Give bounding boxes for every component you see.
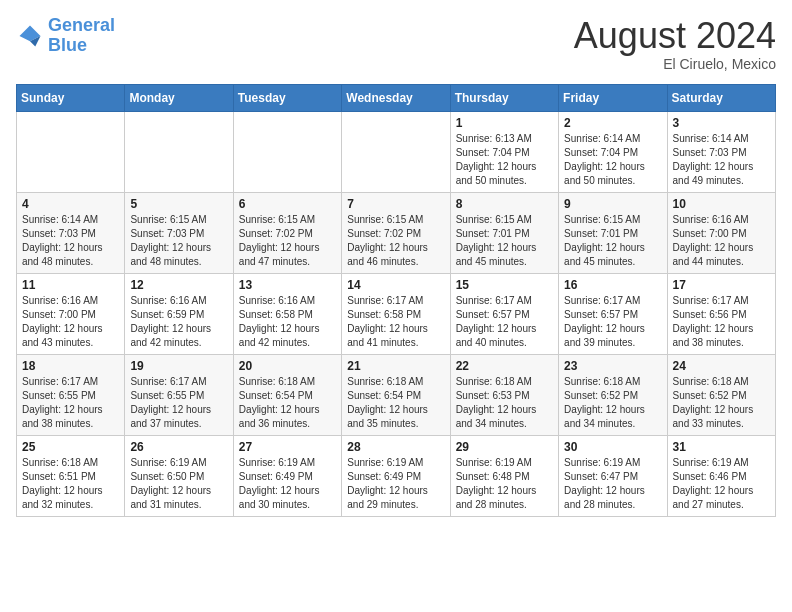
- day-info: Sunrise: 6:15 AM Sunset: 7:02 PM Dayligh…: [347, 213, 444, 269]
- calendar-cell: 23Sunrise: 6:18 AM Sunset: 6:52 PM Dayli…: [559, 354, 667, 435]
- day-number: 1: [456, 116, 553, 130]
- calendar-cell: 22Sunrise: 6:18 AM Sunset: 6:53 PM Dayli…: [450, 354, 558, 435]
- day-number: 25: [22, 440, 119, 454]
- calendar-cell: 24Sunrise: 6:18 AM Sunset: 6:52 PM Dayli…: [667, 354, 775, 435]
- calendar-header-cell: Sunday: [17, 84, 125, 111]
- day-info: Sunrise: 6:15 AM Sunset: 7:01 PM Dayligh…: [456, 213, 553, 269]
- day-info: Sunrise: 6:19 AM Sunset: 6:46 PM Dayligh…: [673, 456, 770, 512]
- day-info: Sunrise: 6:19 AM Sunset: 6:47 PM Dayligh…: [564, 456, 661, 512]
- day-info: Sunrise: 6:14 AM Sunset: 7:03 PM Dayligh…: [22, 213, 119, 269]
- day-info: Sunrise: 6:14 AM Sunset: 7:04 PM Dayligh…: [564, 132, 661, 188]
- calendar-cell: 3Sunrise: 6:14 AM Sunset: 7:03 PM Daylig…: [667, 111, 775, 192]
- day-number: 28: [347, 440, 444, 454]
- day-number: 21: [347, 359, 444, 373]
- day-info: Sunrise: 6:18 AM Sunset: 6:54 PM Dayligh…: [239, 375, 336, 431]
- day-info: Sunrise: 6:18 AM Sunset: 6:52 PM Dayligh…: [673, 375, 770, 431]
- day-info: Sunrise: 6:17 AM Sunset: 6:58 PM Dayligh…: [347, 294, 444, 350]
- calendar-cell: [233, 111, 341, 192]
- calendar-cell: [17, 111, 125, 192]
- day-info: Sunrise: 6:18 AM Sunset: 6:53 PM Dayligh…: [456, 375, 553, 431]
- calendar-cell: 25Sunrise: 6:18 AM Sunset: 6:51 PM Dayli…: [17, 435, 125, 516]
- day-number: 17: [673, 278, 770, 292]
- day-info: Sunrise: 6:16 AM Sunset: 6:58 PM Dayligh…: [239, 294, 336, 350]
- day-number: 2: [564, 116, 661, 130]
- day-number: 22: [456, 359, 553, 373]
- day-number: 18: [22, 359, 119, 373]
- calendar-table: SundayMondayTuesdayWednesdayThursdayFrid…: [16, 84, 776, 517]
- calendar-week-row: 1Sunrise: 6:13 AM Sunset: 7:04 PM Daylig…: [17, 111, 776, 192]
- day-number: 29: [456, 440, 553, 454]
- calendar-header-row: SundayMondayTuesdayWednesdayThursdayFrid…: [17, 84, 776, 111]
- day-info: Sunrise: 6:15 AM Sunset: 7:03 PM Dayligh…: [130, 213, 227, 269]
- calendar-body: 1Sunrise: 6:13 AM Sunset: 7:04 PM Daylig…: [17, 111, 776, 516]
- day-number: 26: [130, 440, 227, 454]
- day-number: 11: [22, 278, 119, 292]
- calendar-cell: 18Sunrise: 6:17 AM Sunset: 6:55 PM Dayli…: [17, 354, 125, 435]
- day-number: 5: [130, 197, 227, 211]
- day-info: Sunrise: 6:18 AM Sunset: 6:51 PM Dayligh…: [22, 456, 119, 512]
- day-number: 7: [347, 197, 444, 211]
- calendar-header-cell: Friday: [559, 84, 667, 111]
- day-info: Sunrise: 6:15 AM Sunset: 7:02 PM Dayligh…: [239, 213, 336, 269]
- day-number: 13: [239, 278, 336, 292]
- calendar-header-cell: Thursday: [450, 84, 558, 111]
- calendar-header-cell: Monday: [125, 84, 233, 111]
- day-number: 16: [564, 278, 661, 292]
- calendar-cell: 19Sunrise: 6:17 AM Sunset: 6:55 PM Dayli…: [125, 354, 233, 435]
- calendar-cell: 27Sunrise: 6:19 AM Sunset: 6:49 PM Dayli…: [233, 435, 341, 516]
- calendar-cell: [342, 111, 450, 192]
- day-number: 12: [130, 278, 227, 292]
- day-number: 4: [22, 197, 119, 211]
- subtitle: El Ciruelo, Mexico: [574, 56, 776, 72]
- calendar-cell: 30Sunrise: 6:19 AM Sunset: 6:47 PM Dayli…: [559, 435, 667, 516]
- day-info: Sunrise: 6:13 AM Sunset: 7:04 PM Dayligh…: [456, 132, 553, 188]
- calendar-cell: 5Sunrise: 6:15 AM Sunset: 7:03 PM Daylig…: [125, 192, 233, 273]
- calendar-cell: 6Sunrise: 6:15 AM Sunset: 7:02 PM Daylig…: [233, 192, 341, 273]
- day-number: 14: [347, 278, 444, 292]
- day-number: 9: [564, 197, 661, 211]
- day-number: 19: [130, 359, 227, 373]
- day-info: Sunrise: 6:15 AM Sunset: 7:01 PM Dayligh…: [564, 213, 661, 269]
- calendar-cell: 26Sunrise: 6:19 AM Sunset: 6:50 PM Dayli…: [125, 435, 233, 516]
- day-number: 31: [673, 440, 770, 454]
- day-number: 24: [673, 359, 770, 373]
- day-info: Sunrise: 6:17 AM Sunset: 6:56 PM Dayligh…: [673, 294, 770, 350]
- calendar-week-row: 25Sunrise: 6:18 AM Sunset: 6:51 PM Dayli…: [17, 435, 776, 516]
- calendar-cell: 1Sunrise: 6:13 AM Sunset: 7:04 PM Daylig…: [450, 111, 558, 192]
- day-number: 27: [239, 440, 336, 454]
- day-info: Sunrise: 6:18 AM Sunset: 6:54 PM Dayligh…: [347, 375, 444, 431]
- main-title: August 2024: [574, 16, 776, 56]
- calendar-week-row: 4Sunrise: 6:14 AM Sunset: 7:03 PM Daylig…: [17, 192, 776, 273]
- day-info: Sunrise: 6:16 AM Sunset: 7:00 PM Dayligh…: [673, 213, 770, 269]
- title-block: August 2024 El Ciruelo, Mexico: [574, 16, 776, 72]
- calendar-cell: 29Sunrise: 6:19 AM Sunset: 6:48 PM Dayli…: [450, 435, 558, 516]
- day-number: 20: [239, 359, 336, 373]
- day-info: Sunrise: 6:17 AM Sunset: 6:57 PM Dayligh…: [564, 294, 661, 350]
- calendar-cell: 17Sunrise: 6:17 AM Sunset: 6:56 PM Dayli…: [667, 273, 775, 354]
- logo: General Blue: [16, 16, 115, 56]
- logo-line2: Blue: [48, 35, 87, 55]
- day-number: 8: [456, 197, 553, 211]
- calendar-header-cell: Wednesday: [342, 84, 450, 111]
- day-info: Sunrise: 6:17 AM Sunset: 6:57 PM Dayligh…: [456, 294, 553, 350]
- calendar-header-cell: Tuesday: [233, 84, 341, 111]
- calendar-cell: 11Sunrise: 6:16 AM Sunset: 7:00 PM Dayli…: [17, 273, 125, 354]
- calendar-cell: [125, 111, 233, 192]
- day-info: Sunrise: 6:16 AM Sunset: 7:00 PM Dayligh…: [22, 294, 119, 350]
- calendar-cell: 2Sunrise: 6:14 AM Sunset: 7:04 PM Daylig…: [559, 111, 667, 192]
- calendar-cell: 10Sunrise: 6:16 AM Sunset: 7:00 PM Dayli…: [667, 192, 775, 273]
- calendar-cell: 4Sunrise: 6:14 AM Sunset: 7:03 PM Daylig…: [17, 192, 125, 273]
- day-info: Sunrise: 6:14 AM Sunset: 7:03 PM Dayligh…: [673, 132, 770, 188]
- calendar-cell: 15Sunrise: 6:17 AM Sunset: 6:57 PM Dayli…: [450, 273, 558, 354]
- day-info: Sunrise: 6:19 AM Sunset: 6:49 PM Dayligh…: [347, 456, 444, 512]
- day-number: 23: [564, 359, 661, 373]
- day-info: Sunrise: 6:19 AM Sunset: 6:49 PM Dayligh…: [239, 456, 336, 512]
- calendar-header-cell: Saturday: [667, 84, 775, 111]
- day-info: Sunrise: 6:17 AM Sunset: 6:55 PM Dayligh…: [22, 375, 119, 431]
- logo-icon: [16, 22, 44, 50]
- day-number: 3: [673, 116, 770, 130]
- day-number: 10: [673, 197, 770, 211]
- day-number: 30: [564, 440, 661, 454]
- day-info: Sunrise: 6:18 AM Sunset: 6:52 PM Dayligh…: [564, 375, 661, 431]
- calendar-cell: 20Sunrise: 6:18 AM Sunset: 6:54 PM Dayli…: [233, 354, 341, 435]
